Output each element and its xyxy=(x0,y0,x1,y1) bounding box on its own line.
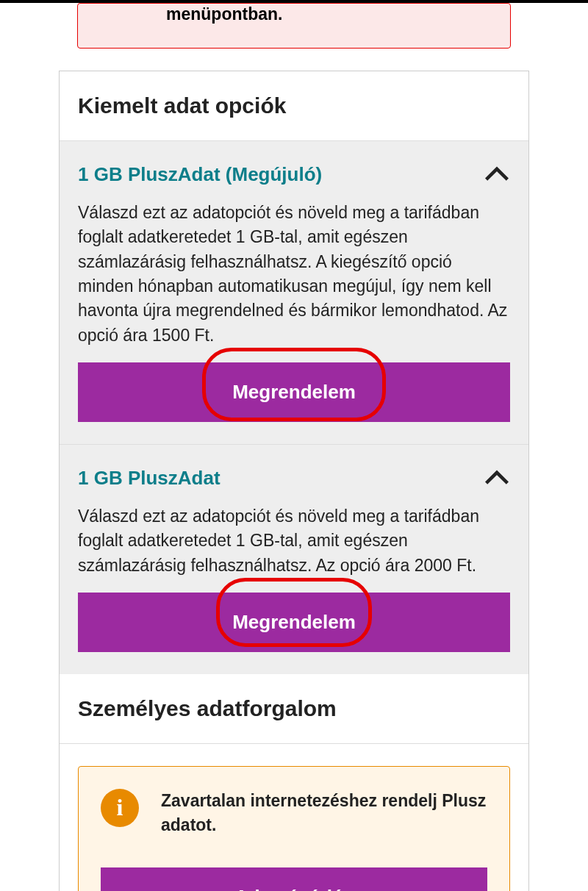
error-text: menüpontban. xyxy=(166,4,488,26)
order-button-onetime[interactable]: Megrendelem xyxy=(78,593,510,652)
option-description: Válaszd ezt az adatopciót és növeld meg … xyxy=(78,504,510,578)
order-button-renewing[interactable]: Megrendelem xyxy=(78,362,510,422)
featured-data-section: Kiemelt adat opciók 1 GB PluszAdat (Megú… xyxy=(59,71,529,891)
option-block-renewing: 1 GB PluszAdat (Megújuló) Válaszd ezt az… xyxy=(60,141,528,444)
personal-heading: Személyes adatforgalom xyxy=(78,696,510,721)
order-button-wrapper: Megrendelem xyxy=(78,362,510,422)
error-box: menüpontban. xyxy=(77,3,511,49)
featured-heading: Kiemelt adat opciók xyxy=(78,93,510,118)
option-title: 1 GB PluszAdat xyxy=(78,467,220,490)
order-button-wrapper: Megrendelem xyxy=(78,593,510,652)
info-icon: i xyxy=(101,789,139,827)
chevron-up-icon xyxy=(484,165,510,183)
featured-header: Kiemelt adat opciók xyxy=(60,71,528,141)
info-panel: i Zavartalan internetezéshez rendelj Plu… xyxy=(78,766,510,891)
option-description: Válaszd ezt az adatopciót és növeld meg … xyxy=(78,201,510,348)
info-panel-wrap: i Zavartalan internetezéshez rendelj Plu… xyxy=(60,743,528,891)
option-title-row[interactable]: 1 GB PluszAdat (Megújuló) xyxy=(78,163,510,186)
option-title: 1 GB PluszAdat (Megújuló) xyxy=(78,163,322,186)
option-title-row[interactable]: 1 GB PluszAdat xyxy=(78,467,510,490)
personal-header: Személyes adatforgalom xyxy=(60,674,528,743)
info-text: Zavartalan internetezéshez rendelj Plusz… xyxy=(161,789,487,838)
option-block-onetime: 1 GB PluszAdat Válaszd ezt az adatopciót… xyxy=(60,444,528,674)
chevron-up-icon xyxy=(484,469,510,487)
buy-data-button[interactable]: Adatvásárlás xyxy=(101,867,487,891)
